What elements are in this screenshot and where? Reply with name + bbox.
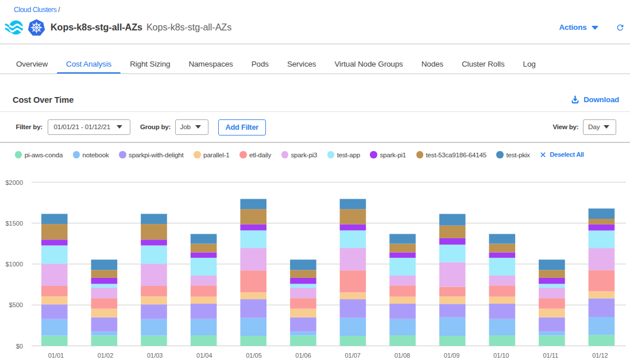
svg-text:01/09: 01/09 bbox=[444, 352, 460, 359]
svg-text:01/07: 01/07 bbox=[345, 352, 361, 359]
svg-text:01/05: 01/05 bbox=[246, 352, 262, 359]
svg-text:01/01: 01/01 bbox=[48, 352, 64, 359]
svg-text:01/11: 01/11 bbox=[543, 352, 558, 359]
svg-text:01/04: 01/04 bbox=[196, 352, 212, 359]
svg-text:$0: $0 bbox=[16, 343, 23, 350]
svg-text:01/08: 01/08 bbox=[395, 352, 411, 359]
svg-text:01/02: 01/02 bbox=[98, 352, 114, 359]
svg-text:$1500: $1500 bbox=[5, 220, 23, 227]
svg-text:01/06: 01/06 bbox=[295, 352, 311, 359]
svg-text:$2000: $2000 bbox=[5, 179, 23, 186]
svg-text:01/12: 01/12 bbox=[592, 352, 608, 359]
svg-text:01/03: 01/03 bbox=[147, 352, 163, 359]
svg-text:$1000: $1000 bbox=[5, 261, 23, 268]
svg-text:01/10: 01/10 bbox=[493, 352, 509, 359]
svg-text:$500: $500 bbox=[9, 301, 23, 308]
